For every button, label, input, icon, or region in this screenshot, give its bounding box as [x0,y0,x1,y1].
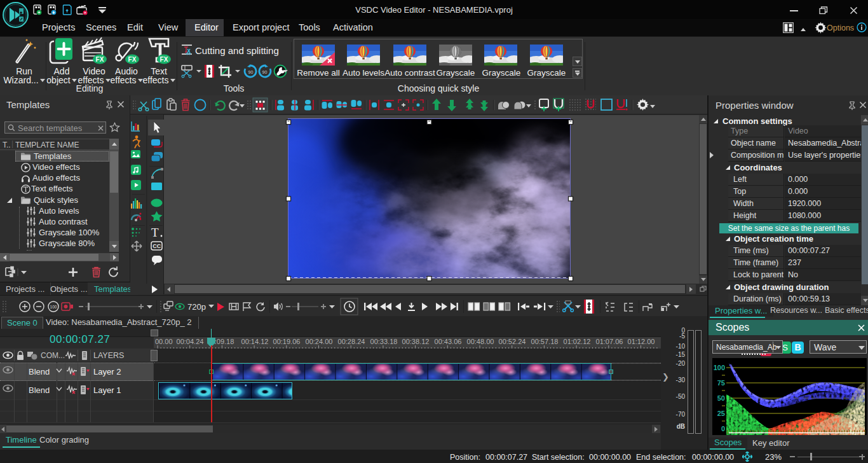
svg-text:FX: FX [96,56,104,63]
svg-text:90: 90 [248,70,254,74]
svg-text:00:04.24: 00:04.24 [177,338,204,345]
svg-text:720p: 720p [187,302,206,312]
svg-text:T: T [151,226,159,239]
svg-text:01:12.00: 01:12.00 [628,338,655,345]
svg-text:01:07.06: 01:07.06 [596,338,623,345]
svg-text:90: 90 [262,70,268,74]
svg-text:00:43.06: 00:43.06 [435,338,462,345]
svg-text:CC: CC [153,243,161,249]
svg-text:00:57.18: 00:57.18 [531,338,559,345]
svg-text:01:02.12: 01:02.12 [564,338,591,345]
svg-text:00:19.06: 00:19.06 [273,338,301,345]
svg-text:00:48.00: 00:48.00 [467,338,494,345]
svg-text:00:28.24: 00:28.24 [338,338,365,345]
svg-text:00:38.12: 00:38.12 [402,338,430,345]
svg-text:100: 100 [50,305,57,309]
svg-text:00:52.24: 00:52.24 [499,338,526,345]
svg-text:00:14.12: 00:14.12 [241,338,269,345]
svg-text:FX: FX [128,56,137,63]
svg-text:25: 25 [717,410,725,417]
svg-text:00:33.18: 00:33.18 [370,338,398,345]
svg-text:0: 0 [721,425,725,432]
svg-text:75: 75 [717,379,725,387]
svg-text:100: 100 [714,364,725,371]
svg-text:00:24.00: 00:24.00 [306,338,333,345]
svg-text:00.00: 00.00 [155,338,173,345]
svg-text:50: 50 [717,394,725,402]
svg-text:FX: FX [160,56,168,63]
